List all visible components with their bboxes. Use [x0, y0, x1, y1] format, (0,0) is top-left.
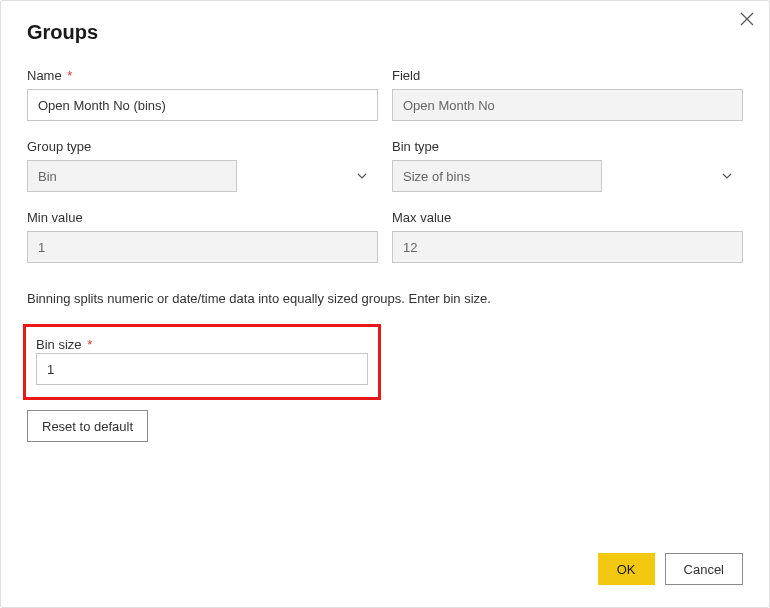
dialog-title: Groups	[27, 21, 743, 44]
bin-size-input[interactable]	[36, 353, 368, 385]
group-type-select[interactable]	[27, 160, 378, 192]
field-input	[392, 89, 743, 121]
min-value-label: Min value	[27, 210, 378, 225]
bin-type-group: Bin type	[392, 139, 743, 192]
name-label: Name *	[27, 68, 378, 83]
dialog-footer: OK Cancel	[598, 553, 743, 585]
reset-button[interactable]: Reset to default	[27, 410, 148, 442]
max-value-input	[392, 231, 743, 263]
close-button[interactable]	[739, 13, 755, 29]
name-input[interactable]	[27, 89, 378, 121]
bin-size-label-text: Bin size	[36, 337, 82, 352]
required-marker: *	[87, 337, 92, 352]
chevron-down-icon	[721, 170, 733, 182]
bin-size-highlight: Bin size *	[23, 324, 381, 400]
group-type-value	[27, 160, 237, 192]
bin-type-select[interactable]	[392, 160, 743, 192]
form-grid: Name * Field Group type Bin type	[27, 68, 743, 263]
bin-size-label: Bin size *	[36, 337, 92, 352]
groups-dialog: Groups Name * Field Group type Bin type	[0, 0, 770, 608]
bin-type-label: Bin type	[392, 139, 743, 154]
chevron-down-icon	[356, 170, 368, 182]
bin-type-value	[392, 160, 602, 192]
close-icon	[740, 12, 754, 30]
max-value-group: Max value	[392, 210, 743, 263]
name-label-text: Name	[27, 68, 62, 83]
min-value-group: Min value	[27, 210, 378, 263]
help-text: Binning splits numeric or date/time data…	[27, 291, 743, 306]
max-value-label: Max value	[392, 210, 743, 225]
field-label: Field	[392, 68, 743, 83]
group-type-group: Group type	[27, 139, 378, 192]
ok-button[interactable]: OK	[598, 553, 655, 585]
cancel-button[interactable]: Cancel	[665, 553, 743, 585]
group-type-label: Group type	[27, 139, 378, 154]
name-group: Name *	[27, 68, 378, 121]
required-marker: *	[67, 68, 72, 83]
field-group: Field	[392, 68, 743, 121]
min-value-input	[27, 231, 378, 263]
